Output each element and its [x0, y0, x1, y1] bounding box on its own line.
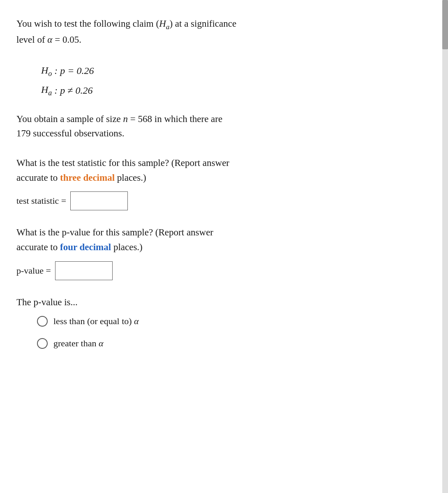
- null-hypothesis: Ho : p = 0.26: [41, 62, 411, 80]
- test-stat-q-line2: accurate to three decimal places.): [16, 173, 146, 183]
- pvalue-input[interactable]: [55, 261, 113, 280]
- four-decimal-highlight: four decimal: [60, 242, 111, 252]
- intro-line2: level of α = 0.05.: [16, 35, 81, 45]
- null-h-p: p: [60, 62, 65, 79]
- radio-circle-greater-than[interactable]: [37, 338, 48, 349]
- radio-circle-less-than[interactable]: [37, 316, 48, 327]
- radio-label-greater-than: greater than α: [53, 338, 104, 349]
- test-stat-q-line1: What is the test statistic for this samp…: [16, 158, 229, 168]
- three-decimal-highlight: three decimal: [60, 173, 115, 183]
- intro-line1: You wish to test the following claim (Ha…: [16, 18, 236, 29]
- pvalue-comparison-section: The p-value is... less than (or equal to…: [16, 295, 411, 349]
- radio-label-less-than: less than (or equal to) α: [53, 316, 139, 327]
- radio-option-less-than[interactable]: less than (or equal to) α: [37, 316, 411, 327]
- test-stat-input-row: test statistic =: [16, 191, 411, 210]
- radio-option-greater-than[interactable]: greater than α: [37, 338, 411, 349]
- intro-section: You wish to test the following claim (Ha…: [16, 16, 411, 47]
- sample-section: You obtain a sample of size n = 568 in w…: [16, 112, 411, 141]
- hypotheses-section: Ho : p = 0.26 Ha : p ≠ 0.26: [41, 62, 411, 99]
- null-h-colon: :: [54, 62, 58, 79]
- test-stat-question: What is the test statistic for this samp…: [16, 156, 411, 185]
- intro-text: You wish to test the following claim (Ha…: [16, 16, 411, 47]
- alt-h-p: p: [60, 82, 65, 99]
- pvalue-q-line2: accurate to four decimal places.): [16, 242, 143, 252]
- pvalue-is-label: The p-value is...: [16, 295, 411, 310]
- null-h-symbol: Ho: [41, 62, 52, 80]
- test-stat-label: test statistic =: [16, 196, 66, 206]
- alt-h-neq: ≠ 0.26: [67, 82, 92, 99]
- test-stat-section: What is the test statistic for this samp…: [16, 156, 411, 210]
- alt-hypothesis: Ha : p ≠ 0.26: [41, 81, 411, 99]
- test-stat-input[interactable]: [70, 191, 128, 210]
- pvalue-input-row: p-value =: [16, 261, 411, 280]
- pvalue-section: What is the p-value for this sample? (Re…: [16, 225, 411, 280]
- ha-subscript: a: [166, 23, 170, 31]
- null-h-equals: = 0.26: [67, 62, 94, 79]
- sample-text: You obtain a sample of size n = 568 in w…: [16, 112, 411, 141]
- pvalue-question: What is the p-value for this sample? (Re…: [16, 225, 411, 254]
- alt-h-symbol: Ha: [41, 81, 52, 99]
- alt-h-colon: :: [54, 82, 58, 99]
- sample-line2: 179 successful observations.: [16, 128, 125, 138]
- radio-group: less than (or equal to) α greater than α: [37, 316, 411, 349]
- sample-line1: You obtain a sample of size n = 568 in w…: [16, 114, 222, 124]
- pvalue-q-line1: What is the p-value for this sample? (Re…: [16, 227, 213, 237]
- pvalue-label: p-value =: [16, 265, 51, 276]
